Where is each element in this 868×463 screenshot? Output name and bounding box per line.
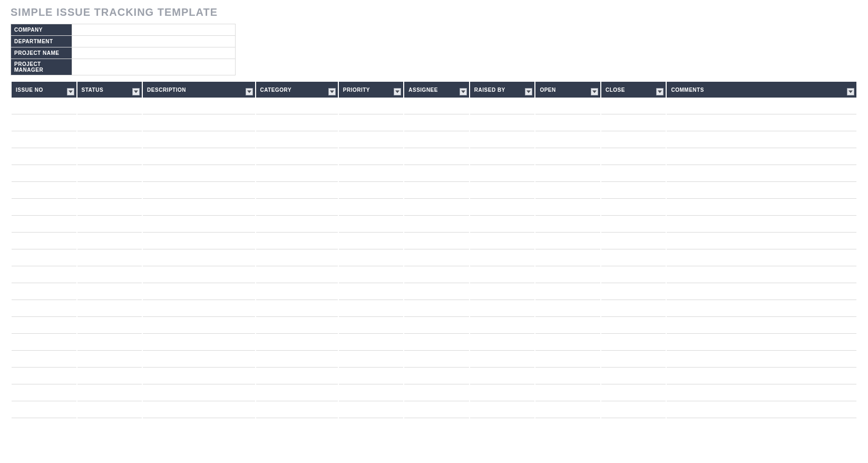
table-cell[interactable] — [470, 266, 535, 283]
table-cell[interactable] — [77, 249, 142, 266]
header-raised-by[interactable]: RAISED BY — [470, 82, 535, 98]
table-cell[interactable] — [404, 148, 469, 165]
table-cell[interactable] — [667, 114, 856, 131]
table-cell[interactable] — [601, 216, 666, 233]
table-cell[interactable] — [535, 131, 600, 148]
table-cell[interactable] — [601, 300, 666, 317]
header-close[interactable]: CLOSE — [601, 82, 666, 98]
table-cell[interactable] — [667, 131, 856, 148]
table-cell[interactable] — [404, 266, 469, 283]
table-cell[interactable] — [404, 216, 469, 233]
table-cell[interactable] — [77, 98, 142, 114]
table-cell[interactable] — [667, 300, 856, 317]
filter-dropdown-icon[interactable] — [132, 88, 140, 95]
filter-dropdown-icon[interactable] — [591, 88, 598, 95]
table-cell[interactable] — [339, 182, 404, 199]
table-cell[interactable] — [256, 131, 338, 148]
table-cell[interactable] — [404, 384, 469, 401]
table-cell[interactable] — [404, 283, 469, 300]
table-cell[interactable] — [339, 98, 404, 114]
table-cell[interactable] — [12, 216, 76, 233]
table-cell[interactable] — [601, 182, 666, 199]
filter-dropdown-icon[interactable] — [246, 88, 253, 95]
table-cell[interactable] — [339, 334, 404, 351]
filter-dropdown-icon[interactable] — [394, 88, 401, 95]
table-cell[interactable] — [143, 334, 255, 351]
table-cell[interactable] — [470, 216, 535, 233]
table-cell[interactable] — [77, 334, 142, 351]
table-cell[interactable] — [601, 148, 666, 165]
value-company[interactable] — [72, 24, 236, 36]
table-cell[interactable] — [256, 165, 338, 182]
table-cell[interactable] — [143, 114, 255, 131]
table-cell[interactable] — [601, 199, 666, 216]
table-cell[interactable] — [77, 114, 142, 131]
table-cell[interactable] — [535, 148, 600, 165]
table-cell[interactable] — [339, 165, 404, 182]
filter-dropdown-icon[interactable] — [525, 88, 532, 95]
table-cell[interactable] — [535, 401, 600, 418]
table-cell[interactable] — [601, 249, 666, 266]
table-cell[interactable] — [12, 283, 76, 300]
table-cell[interactable] — [256, 233, 338, 249]
table-cell[interactable] — [470, 384, 535, 401]
table-cell[interactable] — [667, 401, 856, 418]
table-cell[interactable] — [667, 148, 856, 165]
table-cell[interactable] — [404, 401, 469, 418]
table-cell[interactable] — [535, 233, 600, 249]
table-cell[interactable] — [77, 368, 142, 384]
table-cell[interactable] — [667, 233, 856, 249]
table-cell[interactable] — [535, 114, 600, 131]
table-cell[interactable] — [404, 114, 469, 131]
table-cell[interactable] — [143, 216, 255, 233]
table-cell[interactable] — [143, 199, 255, 216]
table-cell[interactable] — [143, 98, 255, 114]
table-cell[interactable] — [667, 216, 856, 233]
table-cell[interactable] — [143, 266, 255, 283]
table-cell[interactable] — [667, 283, 856, 300]
table-cell[interactable] — [667, 98, 856, 114]
table-cell[interactable] — [470, 199, 535, 216]
table-cell[interactable] — [339, 148, 404, 165]
table-cell[interactable] — [256, 98, 338, 114]
table-cell[interactable] — [77, 351, 142, 368]
table-cell[interactable] — [77, 300, 142, 317]
table-cell[interactable] — [77, 401, 142, 418]
table-cell[interactable] — [404, 233, 469, 249]
table-cell[interactable] — [339, 131, 404, 148]
table-cell[interactable] — [470, 114, 535, 131]
table-cell[interactable] — [339, 266, 404, 283]
table-cell[interactable] — [256, 249, 338, 266]
table-cell[interactable] — [535, 283, 600, 300]
table-cell[interactable] — [667, 165, 856, 182]
table-cell[interactable] — [535, 334, 600, 351]
table-cell[interactable] — [470, 249, 535, 266]
header-issue-no[interactable]: ISSUE NO — [12, 82, 76, 98]
table-cell[interactable] — [143, 131, 255, 148]
value-project-name[interactable] — [72, 47, 236, 59]
table-cell[interactable] — [601, 131, 666, 148]
table-cell[interactable] — [535, 266, 600, 283]
table-cell[interactable] — [256, 148, 338, 165]
table-cell[interactable] — [535, 384, 600, 401]
table-cell[interactable] — [77, 384, 142, 401]
table-cell[interactable] — [535, 317, 600, 334]
table-cell[interactable] — [667, 249, 856, 266]
table-cell[interactable] — [256, 401, 338, 418]
table-cell[interactable] — [339, 401, 404, 418]
table-cell[interactable] — [143, 148, 255, 165]
filter-dropdown-icon[interactable] — [460, 88, 467, 95]
table-cell[interactable] — [339, 114, 404, 131]
table-cell[interactable] — [404, 368, 469, 384]
table-cell[interactable] — [339, 351, 404, 368]
table-cell[interactable] — [339, 249, 404, 266]
table-cell[interactable] — [77, 216, 142, 233]
header-assignee[interactable]: ASSIGNEE — [404, 82, 469, 98]
filter-dropdown-icon[interactable] — [656, 88, 664, 95]
table-cell[interactable] — [601, 351, 666, 368]
table-cell[interactable] — [12, 401, 76, 418]
header-category[interactable]: CATEGORY — [256, 82, 338, 98]
table-cell[interactable] — [339, 283, 404, 300]
table-cell[interactable] — [667, 351, 856, 368]
table-cell[interactable] — [601, 233, 666, 249]
